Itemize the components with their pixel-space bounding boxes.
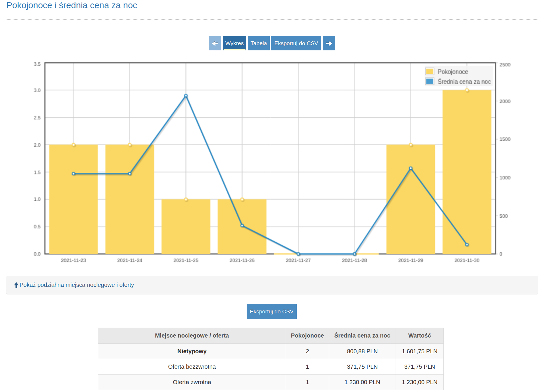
table-cell: 1 230,00 PLN (329, 375, 396, 390)
table-header-cell: Średnia cena za noc (329, 328, 396, 344)
export-csv-top-label: Eksportuj do CSV (274, 40, 318, 47)
table-cell: 2 (286, 344, 329, 359)
table-cell: 1 230,00 PLN (396, 375, 444, 390)
tab-wykres-label: Wykres (225, 40, 244, 47)
breakdown-table: Miejsce noclegowe / ofertaPokojonoceŚred… (98, 328, 444, 390)
table-header-cell: Miejsce noclegowe / oferta (98, 328, 286, 344)
table-row: Oferta bezzwrotna1371,75 PLN371,75 PLN (98, 359, 444, 375)
table-cell: 1 601,75 PLN (396, 344, 444, 359)
table-header-cell: Wartość (396, 328, 444, 344)
table-row: Nietypowy2800,88 PLN1 601,75 PLN (98, 344, 444, 359)
export-csv-top-button[interactable]: Eksportuj do CSV (271, 36, 321, 50)
table-cell: 1 (286, 359, 329, 375)
prev-period-button[interactable] (209, 36, 221, 50)
breakdown-toggle-link[interactable]: Pokaż podział na miejsca noclegowe i ofe… (14, 282, 134, 288)
page-title: Pokojonoce i średnia cena za noc (6, 0, 137, 10)
table-cell: 800,88 PLN (329, 344, 396, 359)
page: Pokojonoce i średnia cena za noc Wykres … (0, 0, 544, 392)
arrow-left-icon (212, 41, 218, 46)
table-header-cell: Pokojonoce (286, 328, 329, 344)
tab-tabela-label: Tabela (251, 40, 267, 47)
table-cell: 371,75 PLN (329, 359, 396, 375)
export-csv-bottom-button[interactable]: Eksportuj do CSV (247, 304, 297, 319)
breakdown-toggle-bar: Pokaż podział na miejsca noclegowe i ofe… (6, 276, 538, 294)
table-header-row: Miejsce noclegowe / ofertaPokojonoceŚred… (98, 328, 444, 344)
breakdown-toggle-label: Pokaż podział na miejsca noclegowe i ofe… (20, 282, 134, 288)
tab-wykres-button[interactable]: Wykres (223, 36, 246, 50)
arrow-up-icon (14, 282, 19, 288)
table-row: Oferta zwrotna11 230,00 PLN1 230,00 PLN (98, 375, 444, 390)
arrow-right-icon (326, 41, 332, 46)
next-period-button[interactable] (323, 36, 335, 50)
chart-toolbar: Wykres Tabela Eksportuj do CSV (0, 36, 544, 50)
table-cell: 1 (286, 375, 329, 390)
export-csv-bottom-label: Eksportuj do CSV (250, 308, 294, 315)
separator-dotted (6, 19, 538, 20)
active-tab-underline (224, 49, 245, 50)
table-cell: Oferta zwrotna (98, 375, 286, 390)
table-cell: Nietypowy (98, 344, 286, 359)
table-cell: 371,75 PLN (396, 359, 444, 375)
table-cell: Oferta bezzwrotna (98, 359, 286, 375)
tab-tabela-button[interactable]: Tabela (248, 36, 270, 50)
